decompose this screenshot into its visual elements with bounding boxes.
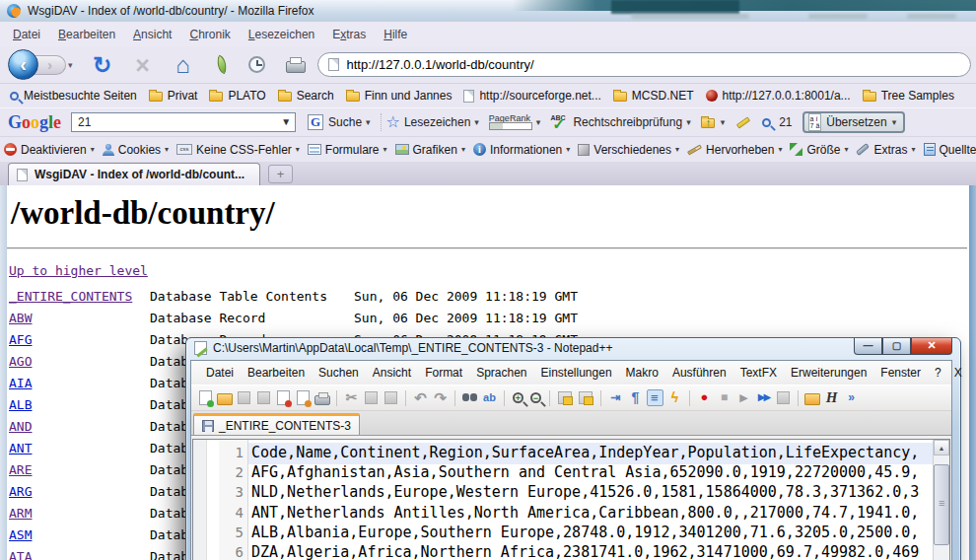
scrollbar-thumb[interactable] [934, 464, 949, 545]
save-macro-icon[interactable] [777, 391, 790, 404]
zoom-out-icon[interactable]: − [530, 392, 541, 403]
undo-icon[interactable]: ↶ [412, 389, 429, 406]
menu-bearbeiten[interactable]: Bearbeiten [49, 24, 124, 45]
url-bar[interactable]: http://127.0.0.1/world-db/country/ [317, 52, 971, 77]
word-wrap-icon[interactable]: ⇥ [607, 389, 624, 406]
rechtschreibpruefung-button[interactable]: Rechtschreibprüfung▾ [573, 115, 690, 129]
np-menu-format[interactable]: Format [418, 362, 469, 384]
url-text[interactable]: http://127.0.0.1/world-db/country/ [347, 57, 534, 72]
bookmark-search[interactable]: Search [273, 89, 341, 103]
close-doc-icon[interactable] [277, 390, 290, 405]
google-search-box[interactable]: 21▼ [71, 112, 296, 132]
listing-link[interactable]: ASM [9, 525, 32, 545]
np-menu-ansicht[interactable]: Ansicht [366, 362, 418, 384]
editor-text[interactable]: Code,Name,Continent,Region,SurfaceArea,I… [248, 440, 933, 560]
listing-link[interactable]: _ENTIRE_CONTENTS [9, 287, 132, 307]
notepad-tab[interactable]: _ENTIRE_CONTENTS-3 [193, 413, 360, 435]
open-session-icon[interactable] [558, 391, 572, 404]
stop-button[interactable]: × [132, 54, 154, 76]
listing-link[interactable]: AGO [9, 352, 32, 372]
copy-icon[interactable] [365, 391, 378, 404]
wd-cookies[interactable]: Cookies▾ [99, 143, 173, 157]
pagerank-widget[interactable]: PageRank [489, 114, 532, 130]
close-all-icon[interactable] [297, 390, 310, 405]
highlighter-icon[interactable] [736, 116, 750, 128]
np-menu-datei[interactable]: Datei [199, 362, 241, 384]
listing-link[interactable]: ARM [9, 504, 32, 524]
np-menu-makro[interactable]: Makro [619, 362, 665, 384]
np-menu-einstellungen[interactable]: Einstellungen [534, 362, 619, 384]
bookmark-mcsd[interactable]: MCSD.NET [608, 89, 701, 103]
bookmark-sourceforge[interactable]: http://sourceforge.net... [458, 89, 607, 103]
np-menu-suchen[interactable]: Suchen [312, 362, 366, 384]
bookmark-finn[interactable]: Finn und Jannes [341, 89, 459, 103]
menu-chronik[interactable]: Chronik [180, 24, 239, 45]
bookmark-plato[interactable]: PLATO [204, 89, 272, 103]
history-clock-icon[interactable] [248, 56, 265, 73]
menu-ansicht[interactable]: Ansicht [124, 24, 180, 45]
wd-extras[interactable]: Extras▾ [852, 143, 919, 157]
notepad-titlebar[interactable]: C:\Users\Martin\AppData\Local\Temp\_ENTI… [194, 341, 612, 355]
toolbar-overflow-icon[interactable]: » [843, 389, 860, 406]
find-icon[interactable] [461, 389, 478, 406]
listing-link[interactable]: ARE [9, 460, 32, 480]
print-icon[interactable] [286, 61, 306, 73]
menu-extras[interactable]: Extras [323, 24, 375, 45]
wd-grafiken[interactable]: Grafiken▾ [391, 143, 469, 157]
np-menu-fenster[interactable]: Fenster [873, 362, 928, 384]
new-tab-button[interactable]: + [268, 165, 293, 183]
maximize-button[interactable]: ▢ [882, 338, 911, 355]
reload-button[interactable]: ↻ [92, 54, 113, 76]
listing-link[interactable]: AND [9, 417, 32, 437]
google-g-icon[interactable]: G [308, 114, 323, 130]
listing-link[interactable]: ATA [9, 547, 32, 560]
back-button[interactable]: ‹ [8, 49, 38, 80]
new-file-icon[interactable] [199, 390, 212, 405]
stop-macro-icon[interactable]: ■ [716, 389, 732, 406]
wd-quelltext[interactable]: Quelltext [920, 143, 976, 157]
home-button[interactable]: ⌂ [173, 54, 194, 76]
indent-guide-icon[interactable] [647, 389, 663, 406]
paste-icon[interactable] [384, 391, 397, 404]
save-icon[interactable] [238, 391, 250, 404]
np-close-document[interactable]: X [948, 362, 968, 384]
open-file-icon[interactable] [217, 393, 233, 405]
google-lesezeichen-button[interactable]: ☆Lesezeichen▾ [386, 114, 479, 130]
minimize-button[interactable]: — [854, 338, 882, 355]
wd-groesse[interactable]: Größe▾ [786, 143, 852, 157]
wd-hervorheben[interactable]: Hervorheben▾ [683, 143, 786, 157]
np-menu-help[interactable]: ? [928, 362, 948, 384]
history-dropdown-icon[interactable]: ▾ [68, 60, 73, 70]
bookmark-privat[interactable]: Privat [144, 89, 205, 103]
wd-verschiedenes[interactable]: Verschiedenes▾ [574, 143, 683, 157]
html-preview-icon[interactable]: H [823, 389, 840, 406]
run-macro-multi-icon[interactable]: ▶▶ [755, 389, 772, 406]
menu-datei[interactable]: Datei [4, 24, 49, 45]
wd-deaktivieren[interactable]: Deaktivieren▾ [0, 143, 99, 157]
listing-link[interactable]: ALB [9, 395, 32, 415]
replace-icon[interactable]: ab [481, 389, 498, 406]
uebersetzen-button[interactable]: a í7 ä Übersetzen▾ [802, 111, 906, 133]
close-button[interactable]: ✕ [911, 338, 952, 355]
np-menu-textfx[interactable]: TextFX [733, 362, 784, 384]
bookmark-tree-samples[interactable]: Tree Samples [858, 89, 961, 103]
wd-formulare[interactable]: Formulare▾ [304, 143, 391, 157]
listing-link[interactable]: ABW [9, 309, 32, 328]
wd-informationen[interactable]: iInformationen▾ [469, 143, 574, 157]
redo-icon[interactable]: ↷ [432, 389, 449, 406]
cut-icon[interactable]: ✂ [343, 389, 360, 406]
folder-workspace-icon[interactable] [804, 393, 820, 405]
listing-link[interactable]: ANT [9, 439, 32, 458]
scroll-up-arrow[interactable]: ▲ [934, 440, 949, 455]
print-icon[interactable] [314, 395, 330, 405]
np-menu-ausfuehren[interactable]: Ausführen [665, 362, 733, 384]
menu-lesezeichen[interactable]: Lesezeichen [240, 24, 323, 45]
up-link[interactable]: Up to higher level [9, 263, 969, 278]
tab-wsgidav[interactable]: WsgiDAV - Index of /world-db/count... [8, 163, 260, 185]
function-completion-icon[interactable]: ϟ [666, 389, 683, 406]
forward-button[interactable]: › [35, 55, 66, 75]
zoom-in-icon[interactable]: + [513, 392, 523, 403]
notepad-editor[interactable]: 1 2 3 4 5 6 Code,Name,Continent,Region,S… [192, 439, 950, 560]
find-icon[interactable] [762, 118, 771, 127]
google-suche-button[interactable]: Suche▾ [328, 115, 371, 129]
